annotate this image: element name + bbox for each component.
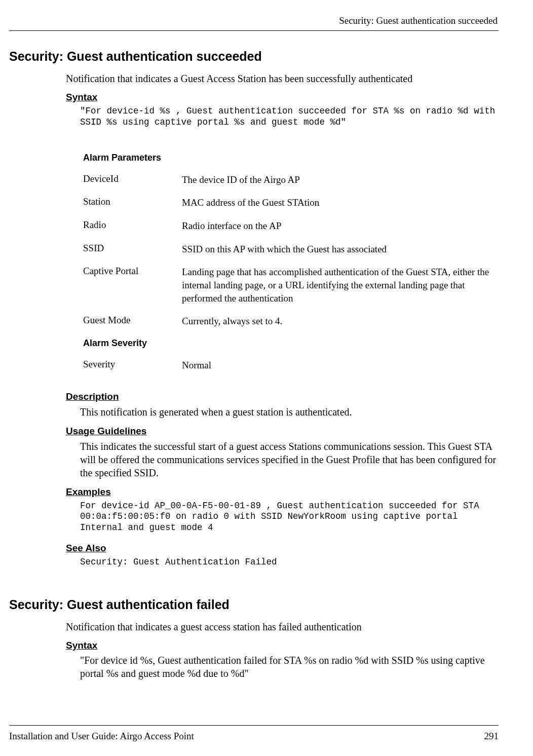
page-footer: Installation and User Guide: Airgo Acces… (9, 731, 499, 742)
section1-intro: Notification that indicates a Guest Acce… (66, 73, 499, 85)
alarm-params-table: DeviceId The device ID of the Airgo AP S… (83, 173, 499, 328)
description-heading: Description (66, 391, 499, 402)
page-header-right: Security: Guest authentication succeeded (9, 15, 499, 26)
param-desc: The device ID of the Airgo AP (182, 173, 499, 186)
seealso-heading: See Also (66, 543, 499, 554)
footer-right: 291 (484, 731, 499, 742)
section2-intro: Notification that indicates a guest acce… (66, 621, 499, 633)
examples-text: For device-id AP_00-0A-F5-00-01-89 , Gue… (80, 501, 499, 534)
param-name: Guest Mode (83, 315, 182, 326)
param-name: SSID (83, 243, 182, 254)
syntax-text: "For device-id %s , Guest authentication… (80, 106, 499, 128)
section2-title: Security: Guest authentication failed (9, 597, 499, 612)
param-desc: Currently, always set to 4. (182, 315, 499, 328)
syntax2-heading: Syntax (66, 640, 499, 651)
alarm-params-heading: Alarm Parameters (83, 153, 499, 163)
footer-left: Installation and User Guide: Airgo Acces… (9, 731, 194, 742)
param-desc: MAC address of the Guest STAtion (182, 196, 499, 209)
footer-rule (9, 725, 499, 726)
syntax2-text: "For device id %s, Guest authentication … (80, 654, 499, 680)
param-desc: SSID on this AP with which the Guest has… (182, 243, 499, 256)
param-row: Radio Radio interface on the AP (83, 219, 499, 233)
param-row: SSID SSID on this AP with which the Gues… (83, 243, 499, 256)
severity-row: Severity Normal (83, 359, 499, 372)
param-name: Station (83, 196, 182, 207)
syntax-heading: Syntax (66, 92, 499, 103)
examples-heading: Examples (66, 486, 499, 498)
severity-desc: Normal (182, 359, 499, 372)
section1-title: Security: Guest authentication succeeded (9, 49, 499, 64)
param-row: DeviceId The device ID of the Airgo AP (83, 173, 499, 186)
param-row: Captive Portal Landing page that has acc… (83, 266, 499, 305)
param-desc: Radio interface on the AP (182, 219, 499, 233)
alarm-severity-heading: Alarm Severity (83, 338, 499, 349)
header-rule (9, 30, 499, 31)
param-row: Station MAC address of the Guest STAtion (83, 196, 499, 209)
param-desc: Landing page that has accomplished authe… (182, 266, 499, 305)
alarm-severity-table: Severity Normal (83, 359, 499, 372)
usage-text: This indicates the successful start of a… (80, 440, 499, 479)
param-name: Captive Portal (83, 266, 182, 277)
description-text: This notification is generated when a gu… (80, 405, 499, 419)
param-name: DeviceId (83, 173, 182, 184)
usage-heading: Usage Guidelines (66, 426, 499, 437)
param-name: Radio (83, 219, 182, 231)
severity-name: Severity (83, 359, 182, 370)
param-row: Guest Mode Currently, always set to 4. (83, 315, 499, 328)
seealso-text: Security: Guest Authentication Failed (80, 557, 499, 568)
